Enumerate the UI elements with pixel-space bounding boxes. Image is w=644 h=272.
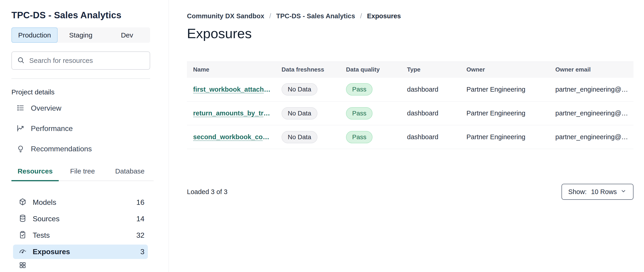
freshness-badge: No Data xyxy=(282,107,318,120)
table-row: first_workbook_attached… No Data Pass da… xyxy=(187,78,634,102)
column-header-freshness: Data freshness xyxy=(276,62,340,78)
breadcrumb-separator: / xyxy=(360,12,362,20)
quality-badge: Pass xyxy=(346,131,372,143)
loaded-count-text: Loaded 3 of 3 xyxy=(187,188,228,196)
sidebar-item-models[interactable]: Models 16 xyxy=(13,195,148,210)
owner-cell: Partner Engineering xyxy=(460,102,549,125)
owner-email-cell: partner_engineering@dbt… xyxy=(555,110,629,117)
database-icon xyxy=(18,214,27,223)
owner-email-cell: partner_engineering@dbt… xyxy=(555,86,629,93)
rows-per-page-value: 10 Rows xyxy=(591,188,617,196)
owner-email-cell: partner_engineering@dbt… xyxy=(555,133,629,141)
sidebar-item-label: Sources xyxy=(33,215,130,223)
env-tab-dev[interactable]: Dev xyxy=(104,28,150,43)
sidebar-item-partial[interactable] xyxy=(13,261,148,272)
column-header-name: Name xyxy=(187,62,276,78)
show-label: Show: xyxy=(568,188,587,196)
sidebar-item-sources[interactable]: Sources 14 xyxy=(13,212,148,226)
sidebar-item-exposures[interactable]: Exposures 3 xyxy=(13,244,148,259)
sidebar-item-label: Overview xyxy=(31,104,61,112)
clipboard-check-icon xyxy=(18,231,27,240)
env-tab-production[interactable]: Production xyxy=(12,28,58,43)
search-icon xyxy=(17,56,25,65)
list-icon xyxy=(16,104,25,113)
breadcrumb-link-account[interactable]: Community DX Sandbox xyxy=(187,12,264,20)
sidebar-item-tests[interactable]: Tests 32 xyxy=(13,228,148,242)
quality-badge: Pass xyxy=(346,83,372,96)
breadcrumb-separator: / xyxy=(269,12,271,20)
project-title: TPC-DS - Sales Analytics xyxy=(12,10,169,20)
sidebar-item-overview[interactable]: Overview xyxy=(12,101,145,116)
chevron-down-icon xyxy=(620,188,627,196)
project-details-label: Project details xyxy=(12,88,169,96)
sidebar-item-label: Tests xyxy=(33,231,130,240)
exposures-table-wrap: Name Data freshness Data quality Type Ow… xyxy=(187,62,634,149)
exposure-name-link[interactable]: first_workbook_attached… xyxy=(193,86,271,93)
owner-cell: Partner Engineering xyxy=(460,78,549,102)
tab-resources[interactable]: Resources xyxy=(12,167,59,181)
resource-count: 14 xyxy=(136,215,144,223)
column-header-owner: Owner xyxy=(460,62,549,78)
type-cell: dashboard xyxy=(401,78,460,102)
search-box xyxy=(12,52,150,70)
freshness-badge: No Data xyxy=(282,83,318,96)
app-window: TPC-DS - Sales Analytics Production Stag… xyxy=(0,0,644,272)
owner-cell: Partner Engineering xyxy=(460,125,549,149)
table-footer: Loaded 3 of 3 Show: 10 Rows xyxy=(187,184,634,200)
gauge-icon xyxy=(18,247,27,256)
search-input[interactable] xyxy=(29,56,145,65)
type-cell: dashboard xyxy=(401,125,460,149)
sidebar-item-label: Exposures xyxy=(33,248,134,256)
exposures-table: Name Data freshness Data quality Type Ow… xyxy=(187,62,634,149)
quality-badge: Pass xyxy=(346,107,372,120)
tab-database[interactable]: Database xyxy=(106,167,154,181)
sidebar-item-label: Performance xyxy=(31,124,73,133)
lightbulb-icon xyxy=(16,144,25,154)
table-row: second_workbook_conn… No Data Pass dashb… xyxy=(187,125,634,149)
main-content: Community DX Sandbox / TPC-DS - Sales An… xyxy=(169,0,644,272)
project-nav: Overview Performance xyxy=(12,101,169,156)
column-header-type: Type xyxy=(401,62,460,78)
page-title: Exposures xyxy=(187,26,634,41)
type-cell: dashboard xyxy=(401,102,460,125)
table-header-row: Name Data freshness Data quality Type Ow… xyxy=(187,62,634,78)
line-chart-icon xyxy=(16,124,25,133)
column-header-owner-email: Owner email xyxy=(549,62,634,78)
freshness-badge: No Data xyxy=(282,131,318,143)
column-header-quality: Data quality xyxy=(340,62,401,78)
breadcrumb-link-project[interactable]: TPC-DS - Sales Analytics xyxy=(276,12,355,20)
sidebar-divider xyxy=(12,78,150,79)
tab-file-tree[interactable]: File tree xyxy=(59,167,106,181)
sidebar-item-recommendations[interactable]: Recommendations xyxy=(12,142,145,156)
sidebar-item-label: Models xyxy=(33,198,130,207)
exposure-name-link[interactable]: second_workbook_conn… xyxy=(193,133,271,141)
grid-icon xyxy=(18,261,27,270)
env-tab-staging[interactable]: Staging xyxy=(58,28,104,43)
resource-list: Models 16 Sources 14 xyxy=(12,195,169,272)
explorer-tabs: Resources File tree Database xyxy=(12,167,154,181)
sidebar: TPC-DS - Sales Analytics Production Stag… xyxy=(0,0,169,272)
resource-count: 3 xyxy=(140,248,144,256)
sidebar-item-performance[interactable]: Performance xyxy=(12,121,145,136)
exposure-name-link[interactable]: return_amounts_by_tran… xyxy=(193,110,271,117)
cube-icon xyxy=(18,198,27,207)
breadcrumb-current: Exposures xyxy=(367,12,401,20)
breadcrumb: Community DX Sandbox / TPC-DS - Sales An… xyxy=(187,12,634,20)
sidebar-item-label: Recommendations xyxy=(31,145,92,153)
rows-per-page-dropdown[interactable]: Show: 10 Rows xyxy=(562,184,634,200)
resource-count: 32 xyxy=(136,231,144,240)
table-row: return_amounts_by_tran… No Data Pass das… xyxy=(187,102,634,125)
resource-count: 16 xyxy=(136,198,144,207)
environment-tabs: Production Staging Dev xyxy=(12,28,150,43)
